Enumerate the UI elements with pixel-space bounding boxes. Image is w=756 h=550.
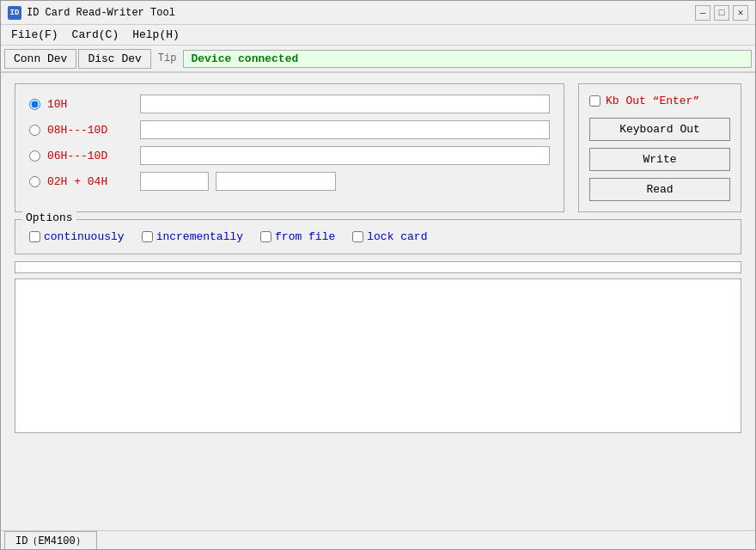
minimize-button[interactable]: — xyxy=(695,5,710,21)
option-from-file: from file xyxy=(260,230,335,243)
checkbox-incrementally[interactable] xyxy=(142,231,153,242)
checkbox-lock-card[interactable] xyxy=(352,231,363,242)
device-status: Device connected xyxy=(183,50,752,68)
radio-08h[interactable] xyxy=(29,125,40,136)
title-left: ID ID Card Read-Writer Tool xyxy=(8,6,175,20)
write-button[interactable]: Write xyxy=(589,148,730,171)
disc-dev-button[interactable]: Disc Dev xyxy=(78,49,150,69)
options-group: Options continuously incrementally from … xyxy=(15,219,741,254)
label-continuously: continuously xyxy=(44,230,125,243)
option-incrementally: incrementally xyxy=(142,230,243,243)
action-box: Kb Out “Enter” Keyboard Out Write Read xyxy=(578,83,741,212)
kb-enter-row: Kb Out “Enter” xyxy=(589,95,730,107)
tip-label: Tip xyxy=(153,52,182,64)
output-box[interactable] xyxy=(15,278,741,433)
window-title: ID Card Read-Writer Tool xyxy=(27,7,175,19)
input-02h-b[interactable] xyxy=(216,172,336,191)
top-row: 10H 08H---10D 06H---10D xyxy=(15,83,741,212)
card-options-box: 10H 08H---10D 06H---10D xyxy=(15,83,564,212)
option-lock-card: lock card xyxy=(352,230,427,243)
keyboard-out-button[interactable]: Keyboard Out xyxy=(589,118,730,141)
label-06h[interactable]: 06H---10D xyxy=(47,150,133,162)
progress-bar xyxy=(15,261,741,273)
option-continuously: continuously xyxy=(29,230,125,243)
main-content: 10H 08H---10D 06H---10D xyxy=(1,73,755,443)
menu-bar: File(F) Card(C) Help(H) xyxy=(1,25,755,46)
options-legend: Options xyxy=(22,211,76,224)
kb-enter-checkbox[interactable] xyxy=(589,95,601,107)
menu-file[interactable]: File(F) xyxy=(4,27,65,43)
label-lock-card: lock card xyxy=(367,230,427,243)
status-tab-id: ID（EM4100） xyxy=(4,531,97,550)
title-bar: ID ID Card Read-Writer Tool — □ ✕ xyxy=(1,1,755,25)
radio-02h[interactable] xyxy=(29,176,40,187)
input-06h[interactable] xyxy=(140,146,550,165)
window-controls: — □ ✕ xyxy=(695,5,748,21)
radio-06h[interactable] xyxy=(29,150,40,162)
input-02h-a[interactable] xyxy=(140,172,209,191)
radio-row-02h: 02H + 04H xyxy=(29,172,550,191)
menu-help[interactable]: Help(H) xyxy=(125,27,186,43)
radio-row-10h: 10H xyxy=(29,95,550,113)
menu-card[interactable]: Card(C) xyxy=(65,27,126,43)
label-08h[interactable]: 08H---10D xyxy=(47,124,133,137)
radio-10h[interactable] xyxy=(29,99,40,110)
label-incrementally: incrementally xyxy=(156,230,243,243)
app-icon: ID xyxy=(8,6,21,20)
kb-enter-label: Kb Out “Enter” xyxy=(606,95,699,107)
radio-row-06h: 06H---10D xyxy=(29,146,550,165)
status-bar: ID（EM4100） xyxy=(1,530,755,550)
options-row: continuously incrementally from file loc… xyxy=(29,227,727,243)
label-02h[interactable]: 02H + 04H xyxy=(47,175,133,188)
close-button[interactable]: ✕ xyxy=(733,5,748,21)
conn-dev-button[interactable]: Conn Dev xyxy=(4,49,76,69)
input-08h[interactable] xyxy=(140,120,550,139)
maximize-button[interactable]: □ xyxy=(714,5,729,21)
input-10h[interactable] xyxy=(140,95,550,113)
toolbar: Conn Dev Disc Dev Tip Device connected xyxy=(1,46,755,73)
read-button[interactable]: Read xyxy=(589,178,730,201)
checkbox-continuously[interactable] xyxy=(29,231,40,242)
radio-row-08h: 08H---10D xyxy=(29,120,550,139)
label-10h[interactable]: 10H xyxy=(47,98,133,111)
label-from-file: from file xyxy=(275,230,335,243)
content-wrapper: 10H 08H---10D 06H---10D xyxy=(1,73,755,550)
checkbox-from-file[interactable] xyxy=(260,231,271,242)
